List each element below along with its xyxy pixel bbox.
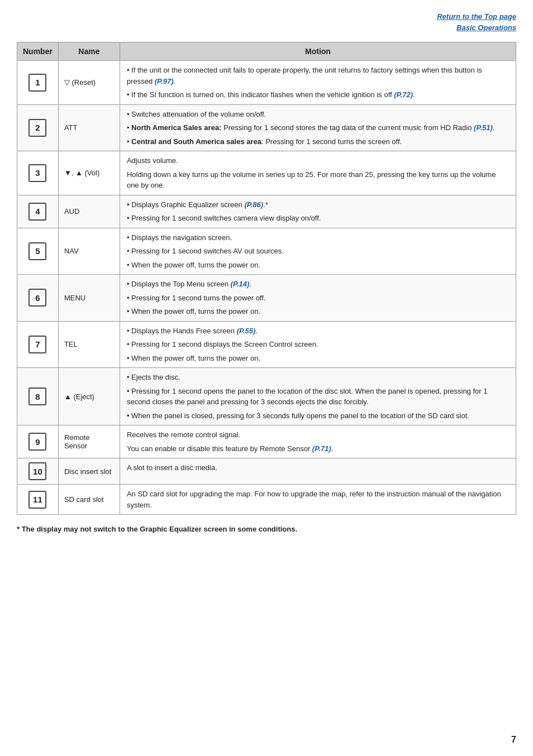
- table-row-name: ▲ (Eject): [58, 368, 120, 425]
- table-row-motion: A slot to insert a disc media.: [120, 458, 516, 485]
- table-row-number: 2: [17, 104, 59, 151]
- table-row-motion: • If the unit or the connected unit fail…: [120, 61, 516, 105]
- table-row-name: Disc insert slot: [58, 458, 120, 485]
- table-row-name: ▽ (Reset): [58, 61, 120, 105]
- operations-table: Number Name Motion 1▽ (Reset)• If the un…: [17, 42, 516, 515]
- col-header-name: Name: [58, 42, 120, 61]
- footnote-text: * The display may not switch to the Grap…: [17, 525, 516, 533]
- table-row-motion: • Displays Graphic Equalizer screen (P.8…: [120, 195, 516, 228]
- table-row-number: 9: [17, 425, 59, 458]
- table-row-name: TEL: [58, 321, 120, 368]
- table-row-motion: • Displays the Top Menu screen (P.14).• …: [120, 275, 516, 322]
- table-row-motion: • Displays the Hands Free screen (P.55).…: [120, 321, 516, 368]
- table-row-motion: • Switches attenuation of the volume on/…: [120, 104, 516, 151]
- table-row-number: 1: [17, 61, 59, 105]
- table-row-number: 10: [17, 458, 59, 485]
- col-header-motion: Motion: [120, 42, 516, 61]
- table-row-number: 8: [17, 368, 59, 425]
- table-row-name: NAV: [58, 228, 120, 275]
- page-number: 7: [511, 735, 516, 745]
- return-top-link[interactable]: Return to the Top page: [437, 12, 516, 21]
- table-row-number: 4: [17, 195, 59, 228]
- table-row-name: ▼, ▲ (Vol): [58, 151, 120, 195]
- table-row-number: 7: [17, 321, 59, 368]
- basic-ops-link[interactable]: Basic Operations: [456, 23, 516, 32]
- top-navigation: Return to the Top page Basic Operations: [17, 11, 516, 33]
- table-row-number: 3: [17, 151, 59, 195]
- table-row-name: MENU: [58, 275, 120, 322]
- table-row-motion: Receives the remote control signal.You c…: [120, 425, 516, 458]
- table-row-number: 11: [17, 485, 59, 515]
- col-header-number: Number: [17, 42, 59, 61]
- table-row-motion: Adjusts volume.Holding down a key turns …: [120, 151, 516, 195]
- table-row-number: 6: [17, 275, 59, 322]
- table-row-motion: • Ejects the disc.• Pressing for 1 secon…: [120, 368, 516, 425]
- table-row-name: Remote Sensor: [58, 425, 120, 458]
- table-row-motion: • Displays the navigation screen.• Press…: [120, 228, 516, 275]
- table-row-number: 5: [17, 228, 59, 275]
- table-row-name: ATT: [58, 104, 120, 151]
- table-row-name: SD card slot: [58, 485, 120, 515]
- table-row-name: AUD: [58, 195, 120, 228]
- table-row-motion: An SD card slot for upgrading the map. F…: [120, 485, 516, 515]
